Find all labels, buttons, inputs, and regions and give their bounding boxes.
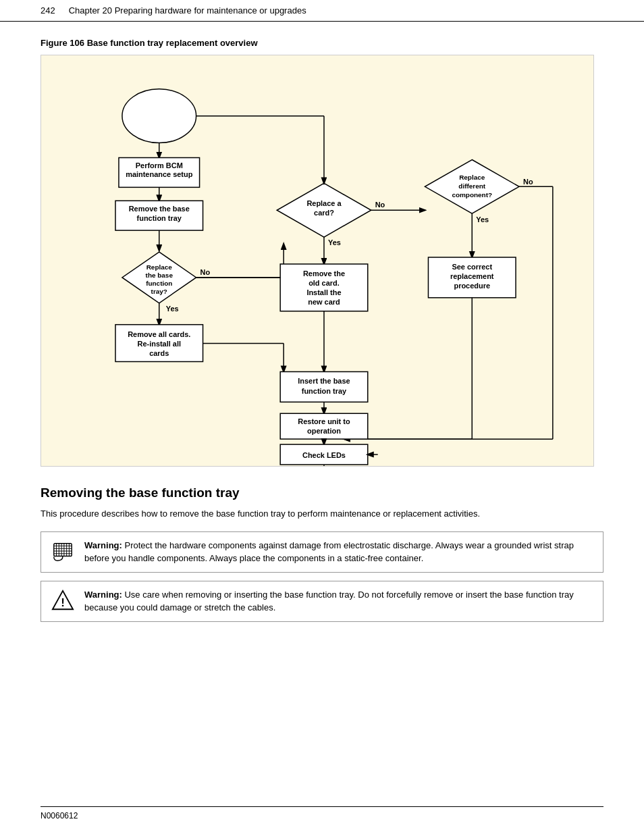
flowchart: Perform BCM maintenance setup Remove the… [41, 55, 594, 467]
svg-text:No: No [200, 268, 211, 276]
svg-text:card?: card? [314, 209, 334, 217]
esd-warning-label: Warning: [84, 540, 122, 550]
section-heading: Removing the base function tray [41, 486, 603, 500]
figure-caption: Figure 106 Base function tray replacemen… [41, 38, 603, 48]
svg-text:Insert the base: Insert the base [298, 377, 350, 385]
svg-text:replacement: replacement [450, 272, 494, 280]
document-id: N0060612 [41, 811, 78, 820]
svg-text:Replace: Replace [459, 174, 485, 181]
page-number: 242 [41, 5, 55, 16]
svg-text:different: different [458, 182, 485, 190]
svg-text:function tray: function tray [137, 214, 182, 222]
svg-text:Remove the: Remove the [303, 269, 345, 278]
page: 242 Chapter 20 Preparing hardware for ma… [0, 0, 644, 834]
svg-text:old card.: old card. [308, 279, 340, 287]
triangle-warning-icon: ! [51, 588, 75, 613]
footer: N0060612 [41, 806, 603, 820]
esd-warning-text: Warning: Protect the hardware components… [84, 539, 593, 565]
cable-warning-label: Warning: [84, 590, 122, 600]
page-header: 242 Chapter 20 Preparing hardware for ma… [0, 0, 644, 22]
chapter-title: Chapter 20 Preparing hardware for mainte… [69, 5, 306, 16]
svg-text:Replace: Replace [146, 263, 173, 271]
svg-text:procedure: procedure [454, 282, 490, 290]
svg-text:Replace a: Replace a [306, 199, 342, 207]
svg-text:Yes: Yes [166, 305, 179, 313]
svg-text:maintenance setup: maintenance setup [126, 170, 193, 178]
svg-text:cards: cards [149, 349, 169, 357]
esd-warning-body: Protect the hardware components against … [84, 540, 574, 564]
svg-text:Remove all cards.: Remove all cards. [128, 330, 190, 338]
svg-text:No: No [523, 178, 533, 186]
section-description: This procedure describes how to remove t… [41, 507, 603, 521]
svg-text:component?: component? [452, 191, 492, 199]
figure-caption-desc: Base function tray replacement overview [87, 38, 258, 48]
figure-label: Figure 106 [41, 38, 84, 48]
svg-text:Check LEDs: Check LEDs [302, 451, 346, 459]
svg-text:No: No [375, 201, 385, 209]
svg-text:See correct: See correct [452, 263, 492, 271]
cable-warning-text: Warning: Use care when removing or inser… [84, 588, 593, 615]
svg-text:Install the: Install the [306, 288, 341, 296]
svg-text:operation: operation [307, 427, 341, 435]
svg-text:function tray: function tray [302, 387, 347, 395]
svg-text:Restore unit to: Restore unit to [298, 417, 350, 425]
svg-text:!: ! [61, 596, 65, 609]
svg-text:new card: new card [308, 298, 340, 306]
esd-warning-icon [51, 539, 75, 563]
svg-text:function: function [146, 280, 172, 287]
svg-text:Yes: Yes [328, 238, 341, 246]
svg-point-0 [122, 89, 196, 143]
svg-text:the base: the base [146, 271, 173, 279]
flowchart-svg: Perform BCM maintenance setup Remove the… [41, 55, 593, 466]
main-content: Figure 106 Base function tray replacemen… [0, 22, 644, 622]
svg-text:Remove the base: Remove the base [129, 205, 190, 213]
cable-warning-body: Use care when removing or inserting the … [84, 590, 574, 613]
svg-text:Yes: Yes [476, 215, 489, 224]
cable-warning-box: ! Warning: Use care when removing or ins… [41, 581, 603, 622]
svg-text:Re-install all: Re-install all [138, 340, 182, 348]
svg-text:tray?: tray? [151, 288, 167, 295]
svg-text:Perform BCM: Perform BCM [136, 161, 183, 170]
esd-warning-box: Warning: Protect the hardware components… [41, 531, 603, 573]
